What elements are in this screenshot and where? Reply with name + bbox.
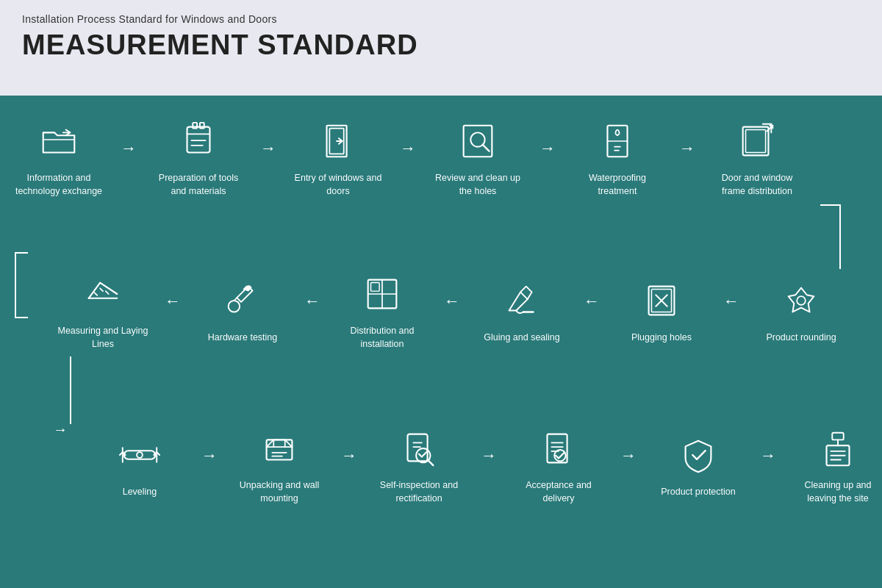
search-hole-icon bbox=[454, 118, 501, 165]
step-gluing-label: Gluing and sealing bbox=[484, 331, 560, 345]
step-protection: Product protection bbox=[639, 431, 757, 499]
distribution-icon bbox=[359, 270, 406, 318]
row3-start-arrow: → bbox=[53, 421, 68, 438]
connector-right-horiz bbox=[820, 204, 841, 206]
arrow-13-14: → bbox=[198, 446, 220, 465]
svg-rect-59 bbox=[832, 433, 843, 440]
step-gluing: Gluing and sealing bbox=[463, 277, 581, 345]
step-distribution-label: Distribution and installation bbox=[334, 325, 430, 351]
step-unpacking-label: Unpacking and wall mounting bbox=[232, 479, 327, 505]
step-leveling: Leveling bbox=[81, 431, 198, 499]
protection-icon bbox=[675, 431, 722, 478]
step-review-holes-label: Review and clean up the holes bbox=[430, 172, 526, 198]
step-distribution: Distribution and installation bbox=[323, 270, 441, 351]
measure-icon bbox=[79, 270, 126, 318]
acceptance-icon bbox=[535, 425, 582, 472]
inspect-icon bbox=[395, 425, 442, 472]
leveling-icon bbox=[116, 431, 163, 478]
step-info-exchange: Information and technology exchange bbox=[0, 118, 118, 198]
arrow-1-2: → bbox=[118, 139, 140, 158]
svg-point-38 bbox=[797, 296, 806, 305]
step-unpacking: Unpacking and wall mounting bbox=[220, 425, 338, 505]
svg-line-13 bbox=[483, 145, 490, 151]
step-frame-dist-label: Door and window frame distribution bbox=[709, 172, 805, 198]
tools-icon bbox=[175, 118, 222, 165]
step-entry-windows-label: Entry of windows and doors bbox=[290, 172, 386, 198]
step-acceptance-label: Acceptance and delivery bbox=[511, 479, 606, 505]
step-rounding-label: Product rounding bbox=[766, 331, 836, 345]
step-measuring: Measuring and Laying Lines bbox=[44, 270, 162, 351]
arrow-3-4: → bbox=[397, 139, 419, 158]
arrow-5-6: → bbox=[676, 139, 698, 158]
process-row-3: Leveling → Unpacking and wall mounting → bbox=[81, 425, 860, 505]
step-acceptance: Acceptance and delivery bbox=[500, 425, 617, 505]
step-cleanup-label: Cleaning up and leaving the site bbox=[790, 479, 882, 505]
svg-rect-32 bbox=[371, 283, 380, 292]
arrow-2-3: → bbox=[257, 139, 279, 158]
door-enter-icon bbox=[315, 118, 362, 165]
svg-line-24 bbox=[94, 293, 97, 295]
step-frame-dist: Door and window frame distribution bbox=[698, 118, 816, 198]
header: Installation Process Standard for Window… bbox=[0, 0, 882, 96]
hardware-icon bbox=[219, 277, 266, 324]
step-protection-label: Product protection bbox=[661, 486, 735, 499]
left-bracket bbox=[15, 252, 28, 318]
step-hardware-label: Hardware testing bbox=[208, 331, 278, 345]
step-review-holes: Review and clean up the holes bbox=[419, 118, 537, 198]
frame-export-icon bbox=[734, 118, 781, 165]
process-row-1: Information and technology exchange → Pr… bbox=[0, 118, 882, 198]
step-leveling-label: Leveling bbox=[123, 486, 157, 499]
svg-rect-18 bbox=[743, 127, 769, 156]
svg-rect-2 bbox=[187, 127, 210, 153]
svg-rect-49 bbox=[408, 434, 428, 462]
svg-rect-11 bbox=[464, 126, 492, 157]
process-row-2: Measuring and Laying Lines ← Hardware te… bbox=[22, 270, 860, 351]
step-self-inspect-label: Self-inspection and rectification bbox=[371, 479, 467, 505]
svg-rect-19 bbox=[746, 130, 766, 153]
step-self-inspect: Self-inspection and rectification bbox=[360, 425, 478, 505]
connector-left-vert bbox=[70, 356, 71, 424]
svg-point-27 bbox=[229, 301, 240, 312]
svg-line-25 bbox=[100, 288, 103, 291]
rounding-icon bbox=[778, 277, 825, 324]
arrow-15-16: → bbox=[478, 446, 500, 465]
step-tools-prep: Preparation of tools and materials bbox=[140, 118, 257, 198]
step-tools-prep-label: Preparation of tools and materials bbox=[151, 172, 246, 198]
svg-point-40 bbox=[137, 452, 143, 458]
arrow-12-11: ← bbox=[720, 292, 742, 311]
arrow-14-15: → bbox=[338, 446, 360, 465]
arrow-16-17: → bbox=[617, 446, 639, 465]
step-cleanup: Cleaning up and leaving the site bbox=[779, 425, 882, 505]
cleanup-icon bbox=[814, 425, 861, 472]
arrow-9-8: ← bbox=[301, 292, 323, 311]
step-plugging: Plugging holes bbox=[603, 277, 720, 345]
step-measuring-label: Measuring and Laying Lines bbox=[55, 325, 151, 351]
step-waterproofing-label: Waterproofing treatment bbox=[570, 172, 665, 198]
main-content: Information and technology exchange → Pr… bbox=[0, 96, 882, 588]
folder-icon bbox=[35, 118, 82, 165]
arrow-10-9: ← bbox=[441, 292, 463, 311]
step-hardware: Hardware testing bbox=[184, 277, 301, 345]
arrow-8-7: ← bbox=[162, 292, 184, 311]
header-subtitle: Installation Process Standard for Window… bbox=[22, 13, 860, 25]
svg-line-51 bbox=[428, 459, 434, 465]
step-waterproofing: Waterproofing treatment bbox=[559, 118, 676, 198]
gluing-icon bbox=[498, 277, 545, 324]
plugging-icon bbox=[638, 277, 685, 324]
step-rounding: Product rounding bbox=[742, 277, 860, 345]
step-plugging-label: Plugging holes bbox=[631, 331, 692, 345]
waterproof-icon bbox=[594, 118, 641, 165]
unpacking-icon bbox=[256, 425, 303, 472]
arrow-11-10: ← bbox=[581, 292, 603, 311]
step-info-exchange-label: Information and technology exchange bbox=[11, 172, 107, 198]
header-title: MEASUREMENT STANDARD bbox=[22, 29, 860, 61]
arrow-4-5: → bbox=[537, 139, 559, 158]
arrow-17-18: → bbox=[757, 446, 779, 465]
step-entry-windows: Entry of windows and doors bbox=[279, 118, 397, 198]
svg-line-26 bbox=[106, 291, 109, 294]
connector-right-vert bbox=[839, 204, 841, 269]
